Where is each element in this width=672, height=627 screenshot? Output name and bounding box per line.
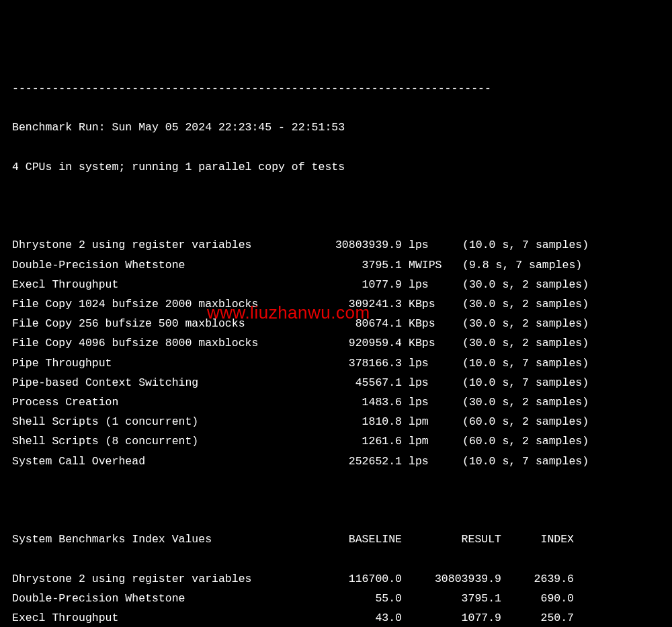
- index-header-name: System Benchmarks Index Values: [12, 530, 311, 549]
- test-row: Pipe-based Context Switching45567.1lps(1…: [12, 373, 660, 392]
- test-unit: lpm: [402, 412, 442, 431]
- index-row: Dhrystone 2 using register variables1167…: [12, 569, 660, 589]
- test-value: 1810.8: [311, 412, 402, 431]
- index-row: Execl Throughput43.01077.9250.7: [12, 608, 660, 627]
- test-value: 45567.1: [311, 373, 402, 392]
- index-index: 690.0: [501, 589, 574, 608]
- test-timing: (30.0 s, 2 samples): [442, 314, 589, 333]
- index-header-index: INDEX: [501, 530, 574, 549]
- test-name: File Copy 4096 bufsize 8000 maxblocks: [12, 333, 311, 353]
- test-unit: KBps: [402, 314, 442, 333]
- index-index: 2639.6: [501, 569, 574, 589]
- test-timing: (9.8 s, 7 samples): [442, 255, 582, 275]
- test-row: Pipe Throughput378166.3lps(10.0 s, 7 sam…: [12, 353, 660, 373]
- test-row: Shell Scripts (1 concurrent)1810.8lpm(60…: [12, 412, 660, 431]
- test-timing: (30.0 s, 2 samples): [442, 275, 589, 294]
- test-value: 378166.3: [311, 353, 402, 373]
- test-name: Shell Scripts (1 concurrent): [12, 412, 311, 431]
- test-name: File Copy 1024 bufsize 2000 maxblocks: [12, 294, 311, 314]
- test-value: 1261.6: [311, 431, 402, 451]
- test-unit: lpm: [402, 431, 442, 451]
- index-result: 3795.1: [402, 589, 501, 608]
- index-name: Dhrystone 2 using register variables: [12, 569, 311, 589]
- index-header-baseline: BASELINE: [311, 530, 402, 549]
- test-row: Shell Scripts (8 concurrent)1261.6lpm(60…: [12, 431, 660, 451]
- index-result: 30803939.9: [402, 569, 501, 589]
- index-header-row: System Benchmarks Index Values BASELINE …: [12, 530, 660, 549]
- test-unit: lps: [402, 275, 442, 294]
- benchmark-run-line: Benchmark Run: Sun May 05 2024 22:23:45 …: [12, 118, 660, 137]
- index-baseline: 43.0: [311, 608, 402, 627]
- test-timing: (30.0 s, 2 samples): [442, 294, 589, 314]
- test-timing: (10.0 s, 7 samples): [442, 353, 589, 373]
- index-index: 250.7: [501, 608, 574, 627]
- test-row: File Copy 4096 bufsize 8000 maxblocks920…: [12, 333, 660, 353]
- test-name: Shell Scripts (8 concurrent): [12, 431, 311, 451]
- test-unit: lps: [402, 353, 442, 373]
- test-value: 80674.1: [311, 314, 402, 333]
- test-name: File Copy 256 bufsize 500 maxblocks: [12, 314, 311, 333]
- test-timing: (30.0 s, 2 samples): [442, 333, 589, 353]
- test-value: 309241.3: [311, 294, 402, 314]
- test-row: System Call Overhead252652.1lps(10.0 s, …: [12, 452, 660, 471]
- test-unit: KBps: [402, 294, 442, 314]
- test-name: Pipe-based Context Switching: [12, 373, 311, 392]
- test-unit: lps: [402, 452, 442, 471]
- test-unit: lps: [402, 235, 442, 255]
- index-row: Double-Precision Whetstone55.03795.1690.…: [12, 589, 660, 608]
- test-timing: (10.0 s, 7 samples): [442, 373, 589, 392]
- test-value: 920959.4: [311, 333, 402, 353]
- test-value: 30803939.9: [311, 235, 402, 255]
- cpu-info-line: 4 CPUs in system; running 1 parallel cop…: [12, 157, 660, 177]
- test-row: Dhrystone 2 using register variables3080…: [12, 235, 660, 255]
- index-name: Execl Throughput: [12, 608, 311, 627]
- test-value: 1483.6: [311, 392, 402, 412]
- test-unit: lps: [402, 373, 442, 392]
- index-result: 1077.9: [402, 608, 501, 627]
- index-header-result: RESULT: [402, 530, 501, 549]
- test-value: 3795.1: [311, 255, 402, 275]
- test-name: Process Creation: [12, 392, 311, 412]
- test-row: File Copy 256 bufsize 500 maxblocks80674…: [12, 314, 660, 333]
- test-row: File Copy 1024 bufsize 2000 maxblocks309…: [12, 294, 660, 314]
- test-timing: (30.0 s, 2 samples): [442, 392, 589, 412]
- test-unit: MWIPS: [402, 255, 442, 275]
- index-name: Double-Precision Whetstone: [12, 589, 311, 608]
- test-value: 252652.1: [311, 452, 402, 471]
- test-timing: (10.0 s, 7 samples): [442, 235, 589, 255]
- test-row: Double-Precision Whetstone3795.1MWIPS(9.…: [12, 255, 660, 275]
- test-unit: KBps: [402, 333, 442, 353]
- index-table-block: Dhrystone 2 using register variables1167…: [12, 569, 660, 627]
- blank-line: [12, 196, 660, 216]
- separator-top: ----------------------------------------…: [12, 79, 660, 98]
- test-name: Execl Throughput: [12, 275, 311, 294]
- test-name: Double-Precision Whetstone: [12, 255, 311, 275]
- test-value: 1077.9: [311, 275, 402, 294]
- benchmark-tests-block: Dhrystone 2 using register variables3080…: [12, 235, 660, 470]
- test-timing: (60.0 s, 2 samples): [442, 431, 589, 451]
- test-timing: (10.0 s, 7 samples): [442, 452, 589, 471]
- test-timing: (60.0 s, 2 samples): [442, 412, 589, 431]
- test-row: Process Creation1483.6lps(30.0 s, 2 samp…: [12, 392, 660, 412]
- test-name: System Call Overhead: [12, 452, 311, 471]
- test-name: Dhrystone 2 using register variables: [12, 235, 311, 255]
- test-unit: lps: [402, 392, 442, 412]
- index-baseline: 55.0: [311, 589, 402, 608]
- test-row: Execl Throughput1077.9lps(30.0 s, 2 samp…: [12, 275, 660, 294]
- blank-line: [12, 491, 660, 510]
- test-name: Pipe Throughput: [12, 353, 311, 373]
- index-baseline: 116700.0: [311, 569, 402, 589]
